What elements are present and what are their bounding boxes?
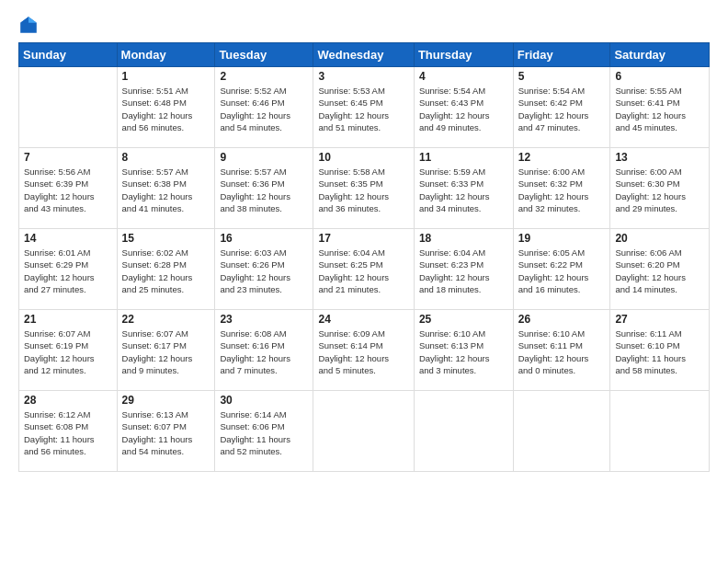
day-header-friday: Friday xyxy=(513,43,610,67)
day-number: 29 xyxy=(122,394,210,407)
svg-marker-2 xyxy=(20,17,28,23)
calendar-cell xyxy=(313,391,414,472)
day-header-thursday: Thursday xyxy=(414,43,513,67)
day-info: Sunrise: 5:58 AM Sunset: 6:35 PM Dayligh… xyxy=(318,166,408,214)
day-number: 30 xyxy=(220,394,308,407)
header xyxy=(18,15,710,35)
day-info: Sunrise: 6:00 AM Sunset: 6:32 PM Dayligh… xyxy=(518,166,606,214)
day-number: 10 xyxy=(318,151,408,164)
calendar-cell: 2Sunrise: 5:52 AM Sunset: 6:46 PM Daylig… xyxy=(215,67,313,148)
day-number: 1 xyxy=(122,70,210,83)
calendar-cell xyxy=(414,391,513,472)
day-number: 25 xyxy=(419,313,508,326)
calendar-cell: 27Sunrise: 6:11 AM Sunset: 6:10 PM Dayli… xyxy=(610,310,710,391)
day-info: Sunrise: 6:04 AM Sunset: 6:25 PM Dayligh… xyxy=(318,247,408,295)
calendar-cell: 14Sunrise: 6:01 AM Sunset: 6:29 PM Dayli… xyxy=(19,229,118,310)
calendar-cell xyxy=(19,67,118,148)
day-number: 23 xyxy=(220,313,308,326)
day-info: Sunrise: 5:55 AM Sunset: 6:41 PM Dayligh… xyxy=(615,85,704,133)
day-number: 17 xyxy=(318,232,408,245)
day-number: 7 xyxy=(24,151,112,164)
day-info: Sunrise: 6:12 AM Sunset: 6:08 PM Dayligh… xyxy=(24,408,112,457)
calendar-cell: 17Sunrise: 6:04 AM Sunset: 6:25 PM Dayli… xyxy=(313,229,414,310)
day-info: Sunrise: 6:07 AM Sunset: 6:19 PM Dayligh… xyxy=(24,327,112,376)
day-number: 16 xyxy=(220,232,308,245)
calendar-cell: 23Sunrise: 6:08 AM Sunset: 6:16 PM Dayli… xyxy=(215,310,313,391)
day-number: 2 xyxy=(220,70,308,83)
calendar-cell: 28Sunrise: 6:12 AM Sunset: 6:08 PM Dayli… xyxy=(19,391,118,472)
day-info: Sunrise: 5:53 AM Sunset: 6:45 PM Dayligh… xyxy=(318,85,408,133)
day-info: Sunrise: 6:00 AM Sunset: 6:30 PM Dayligh… xyxy=(615,166,704,214)
day-header-monday: Monday xyxy=(117,43,215,67)
day-info: Sunrise: 6:08 AM Sunset: 6:16 PM Dayligh… xyxy=(220,327,308,376)
day-number: 13 xyxy=(615,151,704,164)
calendar-week-4: 21Sunrise: 6:07 AM Sunset: 6:19 PM Dayli… xyxy=(19,310,710,391)
day-info: Sunrise: 5:56 AM Sunset: 6:39 PM Dayligh… xyxy=(24,166,112,214)
day-number: 24 xyxy=(318,313,408,326)
day-info: Sunrise: 5:52 AM Sunset: 6:46 PM Dayligh… xyxy=(220,85,308,133)
logo-icon xyxy=(18,15,39,35)
calendar-cell: 13Sunrise: 6:00 AM Sunset: 6:30 PM Dayli… xyxy=(610,148,710,229)
calendar-cell: 1Sunrise: 5:51 AM Sunset: 6:48 PM Daylig… xyxy=(117,67,215,148)
day-number: 20 xyxy=(615,232,704,245)
day-number: 15 xyxy=(122,232,210,245)
day-number: 8 xyxy=(122,151,210,164)
calendar-week-3: 14Sunrise: 6:01 AM Sunset: 6:29 PM Dayli… xyxy=(19,229,710,310)
day-number: 4 xyxy=(419,70,508,83)
calendar-week-2: 7Sunrise: 5:56 AM Sunset: 6:39 PM Daylig… xyxy=(19,148,710,229)
day-number: 3 xyxy=(318,70,408,83)
day-number: 18 xyxy=(419,232,508,245)
calendar-cell: 26Sunrise: 6:10 AM Sunset: 6:11 PM Dayli… xyxy=(513,310,610,391)
calendar-cell: 30Sunrise: 6:14 AM Sunset: 6:06 PM Dayli… xyxy=(215,391,313,472)
calendar-cell: 15Sunrise: 6:02 AM Sunset: 6:28 PM Dayli… xyxy=(117,229,215,310)
day-number: 22 xyxy=(122,313,210,326)
day-info: Sunrise: 5:54 AM Sunset: 6:43 PM Dayligh… xyxy=(419,85,508,133)
calendar-cell: 25Sunrise: 6:10 AM Sunset: 6:13 PM Dayli… xyxy=(414,310,513,391)
calendar-cell: 12Sunrise: 6:00 AM Sunset: 6:32 PM Dayli… xyxy=(513,148,610,229)
calendar-cell: 18Sunrise: 6:04 AM Sunset: 6:23 PM Dayli… xyxy=(414,229,513,310)
calendar-cell: 22Sunrise: 6:07 AM Sunset: 6:17 PM Dayli… xyxy=(117,310,215,391)
calendar-body: 1Sunrise: 5:51 AM Sunset: 6:48 PM Daylig… xyxy=(19,67,710,472)
calendar-cell: 11Sunrise: 5:59 AM Sunset: 6:33 PM Dayli… xyxy=(414,148,513,229)
calendar-cell: 19Sunrise: 6:05 AM Sunset: 6:22 PM Dayli… xyxy=(513,229,610,310)
calendar-cell: 6Sunrise: 5:55 AM Sunset: 6:41 PM Daylig… xyxy=(610,67,710,148)
day-info: Sunrise: 5:59 AM Sunset: 6:33 PM Dayligh… xyxy=(419,166,508,214)
day-info: Sunrise: 6:11 AM Sunset: 6:10 PM Dayligh… xyxy=(615,327,704,376)
day-info: Sunrise: 6:10 AM Sunset: 6:13 PM Dayligh… xyxy=(419,327,508,376)
calendar-week-5: 28Sunrise: 6:12 AM Sunset: 6:08 PM Dayli… xyxy=(19,391,710,472)
day-number: 6 xyxy=(615,70,704,83)
calendar-cell: 3Sunrise: 5:53 AM Sunset: 6:45 PM Daylig… xyxy=(313,67,414,148)
day-info: Sunrise: 6:02 AM Sunset: 6:28 PM Dayligh… xyxy=(122,247,210,295)
day-info: Sunrise: 6:14 AM Sunset: 6:06 PM Dayligh… xyxy=(220,408,308,457)
calendar-week-1: 1Sunrise: 5:51 AM Sunset: 6:48 PM Daylig… xyxy=(19,67,710,148)
calendar-cell: 9Sunrise: 5:57 AM Sunset: 6:36 PM Daylig… xyxy=(215,148,313,229)
day-info: Sunrise: 6:05 AM Sunset: 6:22 PM Dayligh… xyxy=(518,247,606,295)
calendar-cell: 7Sunrise: 5:56 AM Sunset: 6:39 PM Daylig… xyxy=(19,148,118,229)
calendar-cell xyxy=(513,391,610,472)
calendar-cell: 10Sunrise: 5:58 AM Sunset: 6:35 PM Dayli… xyxy=(313,148,414,229)
calendar-header-row: SundayMondayTuesdayWednesdayThursdayFrid… xyxy=(19,43,710,67)
calendar-cell: 21Sunrise: 6:07 AM Sunset: 6:19 PM Dayli… xyxy=(19,310,118,391)
day-number: 19 xyxy=(518,232,606,245)
day-number: 12 xyxy=(518,151,606,164)
calendar-cell: 20Sunrise: 6:06 AM Sunset: 6:20 PM Dayli… xyxy=(610,229,710,310)
day-number: 26 xyxy=(518,313,606,326)
day-info: Sunrise: 5:57 AM Sunset: 6:38 PM Dayligh… xyxy=(122,166,210,214)
calendar-cell: 5Sunrise: 5:54 AM Sunset: 6:42 PM Daylig… xyxy=(513,67,610,148)
day-info: Sunrise: 6:01 AM Sunset: 6:29 PM Dayligh… xyxy=(24,247,112,295)
day-info: Sunrise: 6:03 AM Sunset: 6:26 PM Dayligh… xyxy=(220,247,308,295)
day-info: Sunrise: 5:57 AM Sunset: 6:36 PM Dayligh… xyxy=(220,166,308,214)
page: SundayMondayTuesdayWednesdayThursdayFrid… xyxy=(0,0,728,563)
calendar-cell: 4Sunrise: 5:54 AM Sunset: 6:43 PM Daylig… xyxy=(414,67,513,148)
day-header-wednesday: Wednesday xyxy=(313,43,414,67)
day-number: 21 xyxy=(24,313,112,326)
day-number: 11 xyxy=(419,151,508,164)
day-info: Sunrise: 6:10 AM Sunset: 6:11 PM Dayligh… xyxy=(518,327,606,376)
day-info: Sunrise: 6:07 AM Sunset: 6:17 PM Dayligh… xyxy=(122,327,210,376)
calendar-table: SundayMondayTuesdayWednesdayThursdayFrid… xyxy=(18,42,710,472)
calendar-header: SundayMondayTuesdayWednesdayThursdayFrid… xyxy=(19,43,710,67)
calendar-cell: 24Sunrise: 6:09 AM Sunset: 6:14 PM Dayli… xyxy=(313,310,414,391)
day-info: Sunrise: 6:09 AM Sunset: 6:14 PM Dayligh… xyxy=(318,327,408,376)
calendar-cell: 16Sunrise: 6:03 AM Sunset: 6:26 PM Dayli… xyxy=(215,229,313,310)
day-number: 9 xyxy=(220,151,308,164)
